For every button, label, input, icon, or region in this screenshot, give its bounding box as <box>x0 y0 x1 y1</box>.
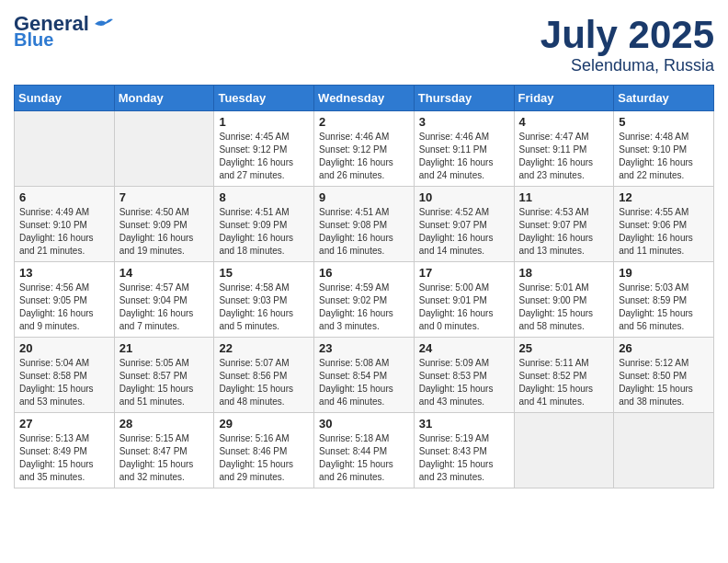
day-info: Sunrise: 4:48 AM Sunset: 9:10 PM Dayligh… <box>619 131 709 182</box>
calendar-cell: 28Sunrise: 5:15 AM Sunset: 8:47 PM Dayli… <box>114 413 214 488</box>
day-number: 27 <box>19 417 109 431</box>
calendar-cell: 11Sunrise: 4:53 AM Sunset: 9:07 PM Dayli… <box>514 187 614 262</box>
calendar-cell <box>614 413 714 488</box>
day-info: Sunrise: 5:11 AM Sunset: 8:52 PM Dayligh… <box>519 357 609 408</box>
day-number: 22 <box>219 341 309 355</box>
day-info: Sunrise: 4:56 AM Sunset: 9:05 PM Dayligh… <box>19 282 109 333</box>
calendar-cell: 21Sunrise: 5:05 AM Sunset: 8:57 PM Dayli… <box>114 338 214 413</box>
day-info: Sunrise: 5:09 AM Sunset: 8:53 PM Dayligh… <box>419 357 509 408</box>
calendar-table: SundayMondayTuesdayWednesdayThursdayFrid… <box>14 85 714 488</box>
calendar-cell: 12Sunrise: 4:55 AM Sunset: 9:06 PM Dayli… <box>614 187 714 262</box>
day-info: Sunrise: 4:53 AM Sunset: 9:07 PM Dayligh… <box>519 206 609 258</box>
month-title: July 2025 <box>540 14 714 56</box>
weekday-header-sunday: Sunday <box>15 86 115 111</box>
calendar-cell: 25Sunrise: 5:11 AM Sunset: 8:52 PM Dayli… <box>514 338 614 413</box>
day-info: Sunrise: 5:05 AM Sunset: 8:57 PM Dayligh… <box>119 357 210 408</box>
day-number: 29 <box>219 417 309 431</box>
calendar-cell: 10Sunrise: 4:52 AM Sunset: 9:07 PM Dayli… <box>414 187 514 262</box>
day-number: 11 <box>519 190 609 204</box>
calendar-cell: 17Sunrise: 5:00 AM Sunset: 9:01 PM Dayli… <box>414 262 514 338</box>
calendar-cell: 16Sunrise: 4:59 AM Sunset: 9:02 PM Dayli… <box>314 262 415 338</box>
calendar-cell: 8Sunrise: 4:51 AM Sunset: 9:09 PM Daylig… <box>214 187 314 262</box>
day-info: Sunrise: 4:59 AM Sunset: 9:02 PM Dayligh… <box>319 282 409 333</box>
calendar-cell: 9Sunrise: 4:51 AM Sunset: 9:08 PM Daylig… <box>314 187 415 262</box>
day-info: Sunrise: 4:51 AM Sunset: 9:08 PM Dayligh… <box>319 206 409 258</box>
day-info: Sunrise: 5:01 AM Sunset: 9:00 PM Dayligh… <box>519 282 609 333</box>
calendar-week-1: 1Sunrise: 4:45 AM Sunset: 9:12 PM Daylig… <box>15 111 714 187</box>
calendar-cell: 6Sunrise: 4:49 AM Sunset: 9:10 PM Daylig… <box>15 187 115 262</box>
day-info: Sunrise: 4:57 AM Sunset: 9:04 PM Dayligh… <box>119 282 210 333</box>
day-number: 21 <box>119 341 210 355</box>
calendar-cell: 18Sunrise: 5:01 AM Sunset: 9:00 PM Dayli… <box>514 262 614 338</box>
calendar-cell: 7Sunrise: 4:50 AM Sunset: 9:09 PM Daylig… <box>114 187 214 262</box>
calendar-cell: 14Sunrise: 4:57 AM Sunset: 9:04 PM Dayli… <box>114 262 214 338</box>
weekday-header-monday: Monday <box>114 86 214 111</box>
day-number: 23 <box>319 341 409 355</box>
calendar-cell: 3Sunrise: 4:46 AM Sunset: 9:11 PM Daylig… <box>414 111 514 187</box>
day-number: 24 <box>419 341 509 355</box>
calendar-cell: 30Sunrise: 5:18 AM Sunset: 8:44 PM Dayli… <box>314 413 415 488</box>
day-info: Sunrise: 4:45 AM Sunset: 9:12 PM Dayligh… <box>219 131 309 182</box>
logo: General Blue <box>14 14 113 49</box>
calendar-cell: 19Sunrise: 5:03 AM Sunset: 8:59 PM Dayli… <box>614 262 714 338</box>
day-info: Sunrise: 5:18 AM Sunset: 8:44 PM Dayligh… <box>319 432 409 484</box>
weekday-header-saturday: Saturday <box>614 86 714 111</box>
day-info: Sunrise: 4:46 AM Sunset: 9:12 PM Dayligh… <box>319 131 409 182</box>
weekday-header-thursday: Thursday <box>414 86 514 111</box>
logo-bird-icon <box>93 17 113 31</box>
location-title: Selenduma, Russia <box>540 56 714 75</box>
day-number: 7 <box>119 190 210 204</box>
day-info: Sunrise: 4:51 AM Sunset: 9:09 PM Dayligh… <box>219 206 309 258</box>
calendar-cell <box>514 413 614 488</box>
day-number: 18 <box>519 266 609 280</box>
day-info: Sunrise: 5:16 AM Sunset: 8:46 PM Dayligh… <box>219 432 309 484</box>
calendar-cell: 24Sunrise: 5:09 AM Sunset: 8:53 PM Dayli… <box>414 338 514 413</box>
calendar-week-5: 27Sunrise: 5:13 AM Sunset: 8:49 PM Dayli… <box>15 413 714 488</box>
day-info: Sunrise: 5:03 AM Sunset: 8:59 PM Dayligh… <box>619 282 709 333</box>
calendar-week-4: 20Sunrise: 5:04 AM Sunset: 8:58 PM Dayli… <box>15 338 714 413</box>
calendar-cell: 23Sunrise: 5:08 AM Sunset: 8:54 PM Dayli… <box>314 338 415 413</box>
calendar-cell: 13Sunrise: 4:56 AM Sunset: 9:05 PM Dayli… <box>15 262 115 338</box>
day-number: 17 <box>419 266 509 280</box>
day-number: 2 <box>319 115 409 129</box>
calendar-week-2: 6Sunrise: 4:49 AM Sunset: 9:10 PM Daylig… <box>15 187 714 262</box>
day-info: Sunrise: 4:47 AM Sunset: 9:11 PM Dayligh… <box>519 131 609 182</box>
day-number: 13 <box>19 266 109 280</box>
calendar-header-row: SundayMondayTuesdayWednesdayThursdayFrid… <box>15 86 714 111</box>
day-number: 28 <box>119 417 210 431</box>
day-info: Sunrise: 5:12 AM Sunset: 8:50 PM Dayligh… <box>619 357 709 408</box>
day-info: Sunrise: 5:07 AM Sunset: 8:56 PM Dayligh… <box>219 357 309 408</box>
weekday-header-tuesday: Tuesday <box>214 86 314 111</box>
calendar-cell: 5Sunrise: 4:48 AM Sunset: 9:10 PM Daylig… <box>614 111 714 187</box>
day-info: Sunrise: 4:52 AM Sunset: 9:07 PM Dayligh… <box>419 206 509 258</box>
day-number: 25 <box>519 341 609 355</box>
day-number: 30 <box>319 417 409 431</box>
calendar-cell: 29Sunrise: 5:16 AM Sunset: 8:46 PM Dayli… <box>214 413 314 488</box>
day-info: Sunrise: 5:19 AM Sunset: 8:43 PM Dayligh… <box>419 432 509 484</box>
calendar-cell: 22Sunrise: 5:07 AM Sunset: 8:56 PM Dayli… <box>214 338 314 413</box>
day-number: 26 <box>619 341 709 355</box>
day-number: 16 <box>319 266 409 280</box>
calendar-cell: 2Sunrise: 4:46 AM Sunset: 9:12 PM Daylig… <box>314 111 415 187</box>
day-info: Sunrise: 4:49 AM Sunset: 9:10 PM Dayligh… <box>19 206 109 258</box>
calendar-cell <box>114 111 214 187</box>
day-number: 20 <box>19 341 109 355</box>
day-number: 4 <box>519 115 609 129</box>
calendar-cell: 4Sunrise: 4:47 AM Sunset: 9:11 PM Daylig… <box>514 111 614 187</box>
day-info: Sunrise: 4:55 AM Sunset: 9:06 PM Dayligh… <box>619 206 709 258</box>
logo-text-blue: Blue <box>14 30 53 49</box>
calendar-cell: 31Sunrise: 5:19 AM Sunset: 8:43 PM Dayli… <box>414 413 514 488</box>
calendar-cell: 1Sunrise: 4:45 AM Sunset: 9:12 PM Daylig… <box>214 111 314 187</box>
day-number: 14 <box>119 266 210 280</box>
calendar-cell: 26Sunrise: 5:12 AM Sunset: 8:50 PM Dayli… <box>614 338 714 413</box>
day-info: Sunrise: 5:15 AM Sunset: 8:47 PM Dayligh… <box>119 432 210 484</box>
day-number: 6 <box>19 190 109 204</box>
title-block: July 2025 Selenduma, Russia <box>540 14 714 75</box>
calendar-cell <box>15 111 115 187</box>
weekday-header-friday: Friday <box>514 86 614 111</box>
day-info: Sunrise: 5:00 AM Sunset: 9:01 PM Dayligh… <box>419 282 509 333</box>
calendar-cell: 27Sunrise: 5:13 AM Sunset: 8:49 PM Dayli… <box>15 413 115 488</box>
day-info: Sunrise: 5:04 AM Sunset: 8:58 PM Dayligh… <box>19 357 109 408</box>
day-number: 8 <box>219 190 309 204</box>
day-number: 10 <box>419 190 509 204</box>
